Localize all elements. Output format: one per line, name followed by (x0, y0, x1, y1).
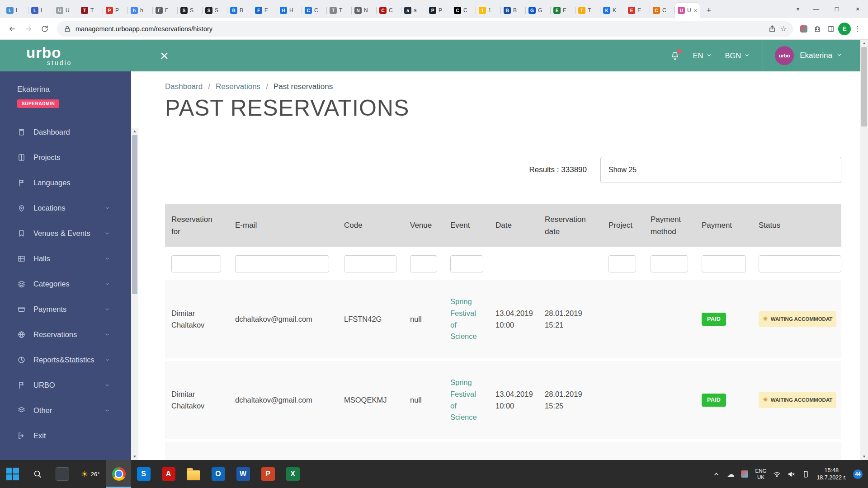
browser-menu-icon[interactable]: ⋮ (852, 24, 863, 33)
browser-tab[interactable]: SS (203, 3, 227, 18)
browser-profile-avatar[interactable]: E (838, 23, 851, 35)
browser-tab[interactable]: 11 (476, 3, 501, 18)
input-language-indicator[interactable]: ENG UK (755, 468, 766, 481)
browser-tab[interactable]: TT (576, 3, 600, 18)
notifications-bell-icon[interactable] (670, 51, 680, 61)
side-panel-icon[interactable] (825, 23, 837, 35)
tab-close-icon[interactable]: × (693, 7, 697, 14)
share-icon[interactable] (768, 25, 776, 33)
browser-tab[interactable]: ГГ (153, 3, 178, 18)
browser-tab[interactable]: UU (53, 3, 78, 18)
sidebar-item-locations[interactable]: Locations (0, 195, 131, 221)
filter-input-venue[interactable] (410, 255, 437, 272)
pinned-app-taskbar-button[interactable] (50, 460, 75, 488)
filter-input-code[interactable] (344, 255, 396, 272)
search-taskbar-button[interactable] (25, 460, 50, 488)
column-header-payment-method[interactable]: Payment method (644, 209, 695, 242)
user-menu[interactable]: urbo Ekaterina (763, 40, 842, 71)
sidebar-item-languages[interactable]: Languages (0, 170, 131, 195)
word-taskbar-button[interactable]: W (231, 460, 255, 488)
browser-tab[interactable]: GG (526, 3, 551, 18)
url-text[interactable]: management.urboapp.com/reservations/hist… (75, 25, 764, 33)
browser-tab[interactable]: CC (302, 3, 327, 18)
column-header-date[interactable]: Date (489, 215, 538, 236)
sidebar-item-reservations[interactable]: Reservations (0, 322, 131, 347)
filter-input-event[interactable] (450, 255, 483, 272)
breadcrumb-dashboard[interactable]: Dashboard (165, 82, 203, 91)
outlook-taskbar-button[interactable]: O (206, 460, 231, 488)
column-header-status[interactable]: Status (752, 215, 841, 236)
excel-taskbar-button[interactable]: X (280, 460, 305, 488)
column-header-project[interactable]: Project (602, 215, 644, 236)
browser-tab[interactable]: LL (28, 3, 53, 18)
chrome-taskbar-button[interactable] (106, 460, 131, 488)
start-taskbar-button[interactable] (0, 460, 25, 488)
column-header-reservation-for[interactable]: Reservation for (165, 209, 229, 242)
notification-count-badge[interactable]: 44 (853, 469, 863, 479)
scroll-up-arrow[interactable]: ▲ (131, 128, 138, 135)
onedrive-cloud-icon[interactable]: ☁ (727, 470, 734, 479)
filter-input-project[interactable] (609, 255, 636, 272)
column-header-payment[interactable]: Payment (695, 215, 752, 236)
maximize-button[interactable]: □ (826, 0, 847, 18)
sidebar-item-payments[interactable]: Payments (0, 296, 131, 322)
volume-muted-icon[interactable] (788, 470, 795, 478)
browser-tab[interactable]: FF (252, 3, 277, 18)
filter-input-reservation-for[interactable] (171, 255, 221, 272)
new-tab-button[interactable]: + (703, 4, 715, 17)
column-header-reservation-date[interactable]: Reservation date (538, 209, 602, 242)
browser-tab[interactable]: PP (103, 3, 128, 18)
browser-tab[interactable]: CC (650, 3, 675, 18)
sidebar-close-icon[interactable]: × (160, 48, 169, 63)
scroll-down-arrow[interactable]: ▼ (860, 453, 868, 460)
scrollbar-thumb[interactable] (132, 135, 137, 294)
close-window-button[interactable]: × (847, 0, 868, 18)
filter-input-e-mail[interactable] (235, 255, 329, 272)
touchpad-icon[interactable] (802, 470, 810, 478)
browser-tab[interactable]: PP (426, 3, 451, 18)
sidebar-item-dashboard[interactable]: Dashboard (0, 119, 131, 145)
taskbar-clock[interactable]: 15:48 18.7.2022 г. (816, 467, 846, 482)
browser-tab[interactable]: SS (178, 3, 203, 18)
browser-tab[interactable]: CC (451, 3, 476, 18)
extensions-puzzle-icon[interactable] (811, 23, 824, 35)
extension-icon[interactable] (797, 23, 810, 35)
browser-tab[interactable]: aa (401, 3, 426, 18)
browser-tab[interactable]: EE (625, 3, 650, 18)
weather-taskbar-button[interactable]: ☀26° (75, 460, 106, 488)
browser-tab[interactable]: BB (501, 3, 526, 18)
column-header-event[interactable]: Event (444, 215, 489, 236)
forward-button[interactable] (21, 21, 36, 37)
browser-tab[interactable]: CC (377, 3, 401, 18)
wifi-icon[interactable] (773, 470, 781, 478)
sidebar-item-halls[interactable]: Halls (0, 246, 131, 271)
powerpoint-taskbar-button[interactable]: P (255, 460, 280, 488)
reload-button[interactable] (37, 21, 52, 37)
sidebar-scrollbar[interactable]: ▲ ▼ (131, 128, 138, 460)
sidebar-item-reportsandstatistics[interactable]: Reports&Statistics (0, 347, 131, 372)
filter-input-payment[interactable] (702, 255, 746, 272)
browser-tab[interactable]: TT (327, 3, 352, 18)
browser-tab[interactable]: UU× (675, 3, 700, 18)
sidebar-item-projects[interactable]: Projects (0, 145, 131, 170)
sidebar-item-categories[interactable]: Categories (0, 271, 131, 296)
breadcrumb-reservations[interactable]: Reservations (216, 82, 260, 91)
minimize-button[interactable]: — (806, 0, 826, 18)
scroll-up-arrow[interactable]: ▲ (860, 40, 868, 47)
scrollbar-thumb[interactable] (861, 47, 867, 127)
browser-tab[interactable]: TT (78, 3, 103, 18)
browser-tab[interactable]: LL (4, 3, 28, 18)
filter-input-payment-method[interactable] (651, 255, 688, 272)
browser-tab[interactable]: EE (551, 3, 576, 18)
page-size-select[interactable]: Show 25 (600, 157, 841, 183)
column-header-e-mail[interactable]: E-mail (229, 215, 338, 236)
skype-taskbar-button[interactable]: S (131, 460, 156, 488)
sidebar-item-exit[interactable]: Exit (0, 423, 131, 448)
page-scrollbar[interactable]: ▲ ▼ (860, 40, 868, 460)
browser-tab[interactable]: hh (128, 3, 153, 18)
acrobat-taskbar-button[interactable]: A (156, 460, 181, 488)
browser-tab[interactable]: HH (277, 3, 302, 18)
scroll-down-arrow[interactable]: ▼ (131, 453, 138, 460)
back-button[interactable] (5, 21, 20, 37)
language-selector[interactable]: EN (693, 52, 712, 60)
